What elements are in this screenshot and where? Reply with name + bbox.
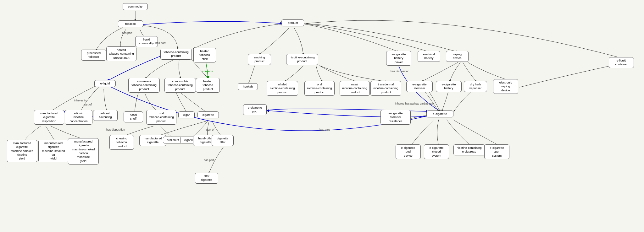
node-mcmsy: manufacturedcigarettemachine-smokedtaryi… — [38, 140, 69, 162]
node-vaping-device: vapingdevice — [446, 51, 469, 62]
node-electronic-vaping-device: electronicvapingdevice — [493, 79, 518, 94]
node-e-cigarette-closed-system: e-cigaretteclosedsystem — [424, 144, 449, 159]
node-oral-ncp: oralnicotine-containingproduct — [304, 81, 335, 96]
label-has-part-5: has part — [414, 102, 425, 105]
node-e-cigarette: e-cigarette — [426, 111, 453, 117]
node-nicotine-containing-e-cigarette: nicotine-containinge-cigarette — [453, 144, 485, 155]
node-processed-tobacco: processedtobacco — [81, 50, 106, 61]
node-e-cigarette-battery: e-cigarettebattery — [436, 81, 462, 92]
label-part-of: part of — [84, 103, 92, 106]
node-tobacco: tobacco — [118, 20, 143, 27]
label-has-part-7: has part — [319, 128, 330, 131]
label-has-part-4: has part — [405, 102, 415, 105]
node-smokeless-tcp: smokelesstobacco-containingproduct — [128, 78, 160, 93]
label-contains: contains — [202, 70, 213, 73]
node-smoking-product: smokingproduct — [248, 54, 271, 65]
node-heated-tcp: heatedtobacco-containingproduct part — [106, 46, 136, 61]
node-tcp: tobacco-containingproduct — [160, 49, 192, 60]
label-has-disposition-2: has disposition — [106, 128, 125, 131]
graph-container: commodity tobacco liquidcommodity proces… — [0, 0, 644, 232]
node-e-liquid-nicotine-conc: e-liquidnicotineconcentration — [65, 110, 92, 125]
label-has-part-6: has part — [424, 102, 434, 105]
node-heated-tobacco-product: heatedtobaccoproduct — [196, 78, 220, 93]
node-nicotine-containing-product: nicotine-containingproduct — [286, 54, 318, 65]
node-commodity: commodity — [123, 3, 148, 10]
node-mcd: manufacturedcigarettedisposition — [34, 110, 64, 125]
label-has-part-1: has part — [122, 31, 132, 35]
label-inheres-in: inheres in — [74, 99, 86, 102]
node-chewing-tobacco-product: chewingtobaccoproduct — [109, 135, 134, 150]
label-inheres-in-2: inheres in — [395, 102, 407, 105]
node-e-cigarette-open-system: e-cigaretteopensystem — [484, 144, 509, 159]
node-cigarette: cigarette — [197, 111, 219, 118]
node-hookah: hookah — [238, 83, 258, 90]
node-e-liquid: e-liquid — [94, 80, 116, 87]
node-transdermal-ncp: transdermalnicotine-containingproduct — [370, 81, 401, 96]
node-heated-tobacco-stick: heatedtobaccostick — [193, 48, 216, 62]
label-has-disposition: has disposition — [391, 70, 409, 73]
node-nasal-ncp: nasalnicotine-containingproduct — [340, 81, 370, 96]
node-e-liquid-flavouring: e-liquidflavouring — [93, 110, 118, 121]
node-mcmscmy: manufacturedcigarettemachine-smokedcarbo… — [68, 138, 99, 165]
node-e-cigarette-battery-power: e-cigarettebatterypower — [386, 51, 411, 66]
node-oral-tcp: oraltobacco-containingproduct — [146, 110, 176, 125]
label-part-of-2: part of — [206, 128, 214, 131]
label-has-part-3: has part — [204, 159, 214, 162]
node-cigarette-filter: cigarettefilter — [212, 135, 234, 146]
node-e-cigarette-pod: e-cigarettepod — [243, 104, 267, 115]
node-inhaled-ncp: inhalednicotine-containingproduct — [267, 81, 298, 96]
node-cigar: cigar — [178, 111, 195, 118]
node-e-cigarette-atomiser: e-cigaretteatomiser — [406, 81, 433, 92]
node-filter-cigarette: filtercigarette — [195, 173, 218, 184]
node-electrical-battery: electricalbattery — [418, 51, 440, 62]
node-e-liquid-container: e-liquidcontainer — [609, 57, 634, 68]
node-nasal-snuff: nasalsnuff — [124, 111, 143, 122]
node-mcmsny: manufacturedcigarettemachine-smokednicot… — [7, 140, 37, 162]
node-dry-herb-vaporiser: dry herbvaporiser — [464, 81, 487, 92]
node-combustible-tcp: combustibletobacco-containingproduct — [164, 78, 196, 93]
node-product: product — [281, 19, 304, 26]
node-manufactured-cigarette: manufacturedcigarette — [139, 135, 166, 146]
node-e-cigarette-pod-device: e-cigarettepoddevice — [396, 144, 421, 159]
node-e-cigarette-atomiser-resistance: e-cigaretteatomiserresistance — [380, 110, 411, 125]
node-liquid-commodity: liquidcommodity — [135, 36, 158, 47]
